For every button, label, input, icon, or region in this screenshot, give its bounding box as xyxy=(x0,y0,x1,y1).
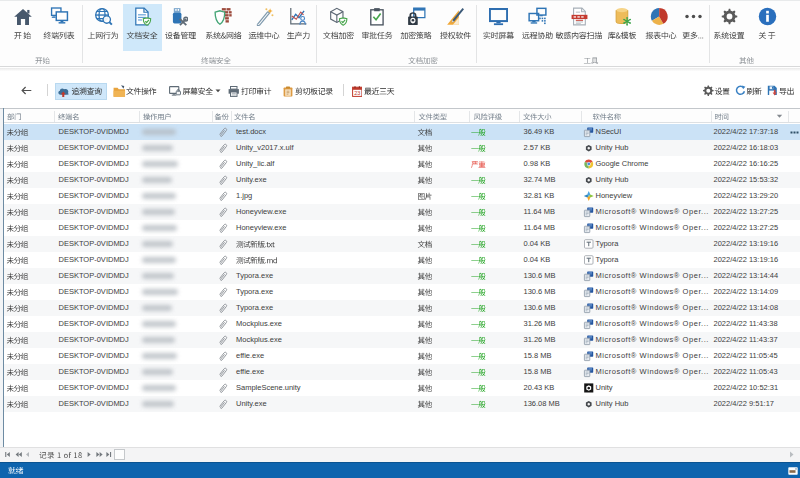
svg-text:23: 23 xyxy=(354,89,360,95)
